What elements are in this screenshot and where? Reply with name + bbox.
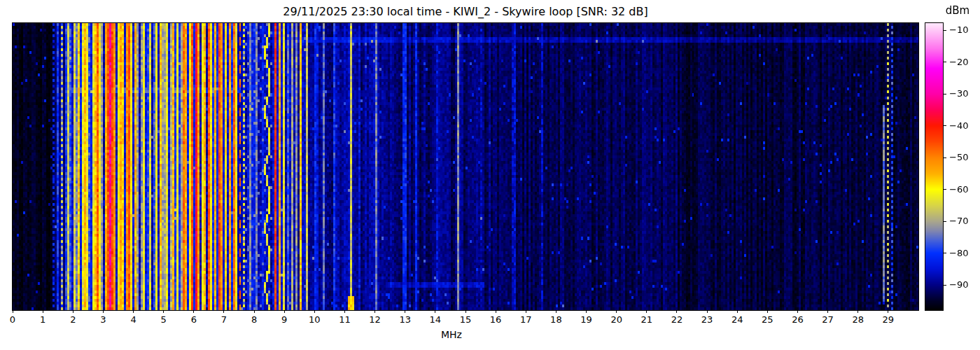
colorbar-tick-label: −20 [949, 57, 977, 68]
x-tick [707, 310, 708, 313]
x-tick [133, 310, 134, 313]
colorbar-tick-label: −10 [949, 24, 977, 36]
x-tick [556, 310, 556, 313]
x-tick-label: 9 [270, 314, 298, 325]
x-tick [193, 310, 194, 313]
colorbar-tick [944, 253, 946, 253]
x-tick [314, 310, 315, 313]
chart-title: 29/11/2025 23:30 local time - KIWI_2 - S… [13, 5, 918, 19]
colorbar-tick-label: −40 [949, 120, 977, 132]
waterfall-plot-area [12, 22, 919, 311]
x-tick [73, 310, 74, 313]
x-tick-label: 28 [844, 314, 872, 325]
colorbar-tick-label: −80 [949, 248, 977, 259]
x-tick [676, 310, 677, 313]
x-tick-label: 3 [89, 314, 117, 325]
x-tick [223, 310, 224, 313]
x-tick-label: 2 [59, 314, 87, 325]
colorbar-tick [944, 30, 946, 31]
x-tick [888, 310, 888, 313]
x-tick [646, 310, 647, 313]
x-tick [405, 310, 405, 313]
colorbar-tick [944, 285, 946, 286]
x-tick-label: 17 [512, 314, 540, 325]
x-tick-label: 5 [150, 314, 178, 325]
colorbar-tick [944, 94, 946, 94]
x-axis-label: MHz [429, 329, 474, 340]
x-tick [254, 310, 255, 313]
x-tick-label: 23 [693, 314, 721, 325]
x-tick-label: 7 [210, 314, 238, 325]
colorbar-tick [944, 158, 946, 158]
x-tick-label: 14 [421, 314, 449, 325]
colorbar-tick-label: −50 [949, 152, 977, 163]
x-tick-label: 27 [814, 314, 842, 325]
x-tick [797, 310, 798, 313]
colorbar-tick-label: −70 [949, 216, 977, 227]
x-tick [13, 310, 13, 313]
colorbar-tick [944, 62, 946, 62]
colorbar-canvas [925, 23, 943, 310]
x-tick [103, 310, 104, 313]
x-tick-label: 1 [29, 314, 57, 325]
x-tick-label: 20 [603, 314, 631, 325]
x-tick [858, 310, 858, 313]
x-tick-label: 29 [874, 314, 902, 325]
x-tick-label: 6 [180, 314, 208, 325]
x-tick-label: 11 [330, 314, 358, 325]
x-tick-label: 22 [663, 314, 691, 325]
colorbar-tick-label: −30 [949, 88, 977, 99]
x-tick [737, 310, 738, 313]
x-tick [374, 310, 375, 313]
colorbar-tick [944, 221, 946, 222]
colorbar-tick-label: −90 [949, 279, 977, 290]
x-tick-label: 10 [300, 314, 328, 325]
x-tick [827, 310, 828, 313]
x-tick-label: 13 [391, 314, 419, 325]
x-tick-label: 18 [542, 314, 570, 325]
x-tick-label: 15 [451, 314, 479, 325]
x-tick [586, 310, 587, 313]
x-tick-label: 0 [0, 314, 27, 325]
colorbar-tick [944, 125, 946, 126]
colorbar-tick [944, 189, 946, 190]
x-tick [344, 310, 345, 313]
colorbar-label: dBm [937, 4, 979, 17]
x-tick-label: 19 [573, 314, 601, 325]
x-tick [284, 310, 285, 313]
spectrogram-figure: 29/11/2025 23:30 local time - KIWI_2 - S… [0, 0, 980, 350]
x-tick [767, 310, 768, 313]
x-tick [616, 310, 617, 313]
x-tick [465, 310, 466, 313]
x-tick-label: 21 [633, 314, 661, 325]
waterfall-canvas [13, 23, 918, 310]
x-tick [43, 310, 43, 313]
x-tick [435, 310, 435, 313]
x-tick-label: 12 [361, 314, 389, 325]
x-tick-label: 25 [753, 314, 781, 325]
x-tick-label: 24 [723, 314, 751, 325]
x-tick [163, 310, 164, 313]
x-tick [526, 310, 526, 313]
x-tick-label: 8 [240, 314, 268, 325]
x-tick-label: 16 [482, 314, 510, 325]
x-tick [496, 310, 496, 313]
colorbar [925, 22, 944, 311]
x-tick-label: 4 [120, 314, 148, 325]
colorbar-tick-label: −60 [949, 184, 977, 195]
x-tick-label: 26 [783, 314, 811, 325]
